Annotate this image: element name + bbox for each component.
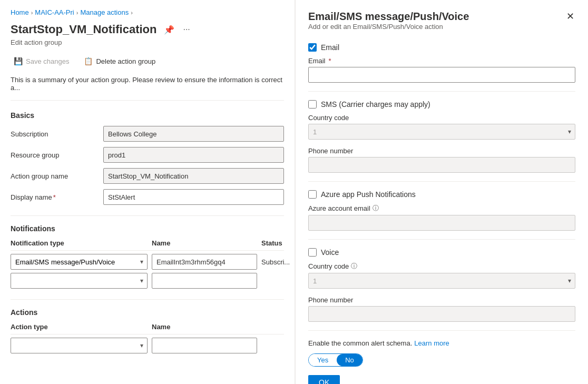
save-changes-button[interactable]: 💾 Save changes	[11, 55, 72, 67]
email-input[interactable]	[308, 67, 575, 83]
notification-row-1: Email/SMS message/Push/Voice Subscri...	[11, 254, 284, 270]
delete-action-group-button[interactable]: 📋 Delete action group	[81, 55, 159, 67]
basics-section-title: Basics	[11, 111, 284, 120]
push-email-row: Azure account email ⓘ	[308, 204, 575, 231]
voice-checkbox-label[interactable]: Voice	[321, 248, 339, 257]
notification-type-select-1[interactable]: Email/SMS message/Push/Voice	[11, 254, 148, 270]
email-checkbox[interactable]	[308, 43, 317, 52]
sms-country-code-row: Country code 1	[308, 114, 575, 140]
notification-type-select-2[interactable]	[11, 273, 148, 289]
save-icon: 💾	[14, 57, 23, 65]
action-group-name-label: Action group name	[11, 172, 95, 180]
sms-checkbox[interactable]	[308, 100, 317, 109]
push-checkbox-label[interactable]: Azure app Push Notifications	[321, 190, 416, 199]
email-checkbox-label[interactable]: Email	[321, 43, 339, 52]
voice-phone-row: Phone number	[308, 296, 575, 322]
breadcrumb-home[interactable]: Home	[11, 8, 29, 16]
actions-header: Action type Name	[11, 323, 284, 334]
voice-checkbox-row: Voice	[308, 248, 575, 257]
page-subtitle: Edit action group	[11, 38, 284, 46]
notification-type-select-wrapper-2	[11, 273, 148, 289]
subscription-label: Subscription	[11, 130, 95, 138]
voice-country-code-select[interactable]: 1	[308, 273, 575, 289]
learn-more-link[interactable]: Learn more	[414, 339, 449, 347]
sms-phone-label: Phone number	[308, 147, 575, 155]
email-field-label: Email *	[308, 57, 575, 65]
notification-type-select-wrapper-1: Email/SMS message/Push/Voice	[11, 254, 148, 270]
page-title-row: StartStop_VM_Notification 📌 ···	[11, 23, 284, 36]
schema-divider	[308, 330, 575, 331]
display-name-label: Display name*	[11, 193, 95, 201]
sms-country-code-label: Country code	[308, 114, 575, 122]
left-panel: Home › MAIC-AA-Pri › Manage actions › St…	[0, 0, 295, 384]
notifications-title: Notifications	[11, 224, 284, 233]
email-checkbox-row: Email	[308, 43, 575, 52]
sms-country-code-select-wrapper: 1	[308, 124, 575, 140]
actions-col-type-header: Action type	[11, 323, 148, 331]
push-divider	[308, 181, 575, 182]
push-email-info-icon: ⓘ	[373, 204, 379, 213]
notifications-header: Notification type Name Status	[11, 239, 284, 251]
breadcrumb: Home › MAIC-AA-Pri › Manage actions ›	[11, 8, 284, 16]
push-email-label: Azure account email ⓘ	[308, 204, 575, 213]
action-group-name-input	[103, 168, 284, 184]
sms-country-code-select[interactable]: 1	[308, 124, 575, 140]
display-name-required: *	[53, 193, 56, 201]
more-options-icon[interactable]: ···	[181, 24, 192, 35]
divider-2	[11, 299, 284, 300]
push-checkbox-row: Azure app Push Notifications	[308, 190, 575, 199]
sms-checkbox-row: SMS (Carrier charges may apply)	[308, 100, 575, 109]
push-email-input[interactable]	[308, 215, 575, 231]
action-type-select-wrapper	[11, 338, 148, 353]
delete-label: Delete action group	[96, 57, 155, 65]
schema-toggle-group: Yes No	[308, 353, 363, 367]
action-name-input[interactable]	[152, 338, 257, 353]
action-type-select[interactable]	[11, 338, 148, 353]
notification-name-input-2[interactable]	[152, 273, 257, 289]
voice-country-code-row: Country code ⓘ 1	[308, 262, 575, 289]
toggle-yes-button[interactable]: Yes	[309, 354, 337, 366]
info-bar: This is a summary of your action group. …	[11, 76, 284, 101]
col-status-header: Status	[261, 239, 284, 247]
voice-phone-input[interactable]	[308, 306, 575, 322]
display-name-input[interactable]	[103, 189, 284, 205]
sms-divider	[308, 91, 575, 92]
actions-col-name-header: Name	[152, 323, 257, 331]
ok-button[interactable]: OK	[308, 375, 340, 384]
pin-icon[interactable]: 📌	[162, 24, 177, 36]
col-type-header: Notification type	[11, 239, 148, 247]
voice-checkbox[interactable]	[308, 248, 317, 257]
panel-subtitle: Add or edit an Email/SMS/Push/Voice acti…	[308, 23, 469, 31]
delete-icon: 📋	[84, 57, 93, 65]
breadcrumb-maic[interactable]: MAIC-AA-Pri	[35, 8, 74, 16]
voice-country-code-label: Country code ⓘ	[308, 262, 575, 271]
sms-checkbox-label[interactable]: SMS (Carrier charges may apply)	[321, 100, 430, 109]
panel-title: Email/SMS message/Push/Voice	[308, 11, 469, 23]
subscription-input	[103, 126, 284, 142]
email-field-row: Email *	[308, 57, 575, 83]
page-title: StartStop_VM_Notification	[11, 23, 156, 36]
toolbar: 💾 Save changes 📋 Delete action group	[11, 55, 284, 67]
panel-header: Email/SMS message/Push/Voice Add or edit…	[308, 11, 575, 41]
notification-row-2	[11, 273, 284, 289]
notification-status-1: Subscri...	[261, 258, 290, 266]
voice-divider	[308, 239, 575, 240]
voice-phone-label: Phone number	[308, 296, 575, 304]
divider-1	[11, 215, 284, 216]
notification-name-input-1[interactable]	[152, 254, 257, 270]
voice-country-code-info-icon: ⓘ	[351, 262, 357, 271]
notifications-section: Notifications Notification type Name Sta…	[11, 224, 284, 289]
action-row-1	[11, 338, 284, 353]
sms-phone-row: Phone number	[308, 147, 575, 173]
basics-form: Subscription Resource group Action group…	[11, 126, 284, 205]
breadcrumb-sep-2: ›	[76, 9, 79, 16]
toggle-no-button[interactable]: No	[337, 354, 362, 366]
push-checkbox[interactable]	[308, 190, 317, 199]
close-button[interactable]: ✕	[565, 11, 575, 22]
voice-country-code-select-wrapper: 1	[308, 273, 575, 289]
breadcrumb-manage-actions[interactable]: Manage actions	[80, 8, 129, 16]
schema-row: Enable the common alert schema. Learn mo…	[308, 339, 575, 347]
panel-title-group: Email/SMS message/Push/Voice Add or edit…	[308, 11, 469, 41]
breadcrumb-sep-1: ›	[31, 9, 33, 16]
sms-phone-input[interactable]	[308, 157, 575, 173]
